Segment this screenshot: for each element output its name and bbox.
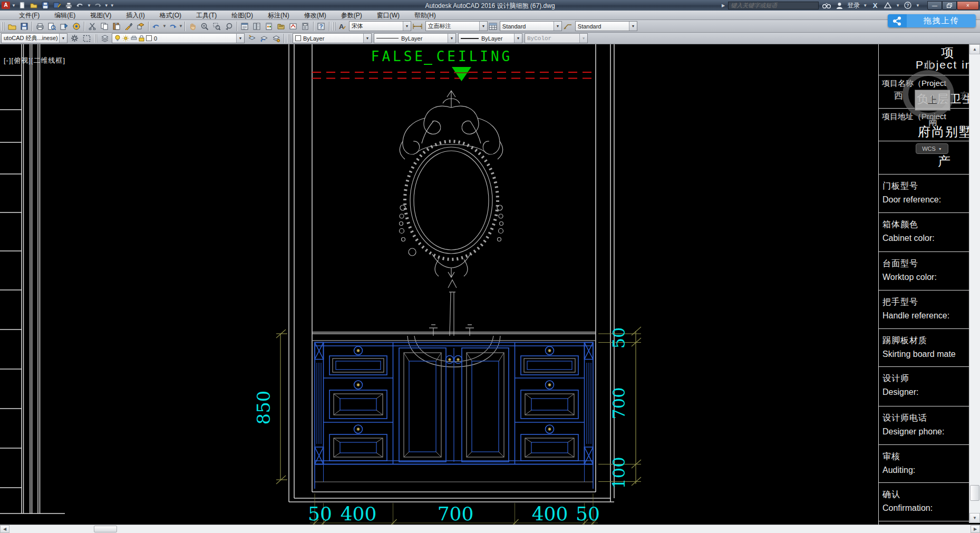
object-color-combo[interactable]: ByLayer▼ — [293, 33, 372, 43]
search-scope-caret[interactable]: ▶ — [722, 3, 725, 8]
tool-palettes-button[interactable] — [264, 21, 275, 32]
menu-modify[interactable]: 修改(M) — [297, 11, 334, 20]
scroll-down-button[interactable]: ▼ — [969, 513, 980, 523]
a360-icon[interactable] — [883, 1, 892, 9]
copy-button[interactable] — [99, 21, 110, 32]
chevron-down-icon[interactable]: ▼ — [236, 34, 244, 43]
layer-previous-button[interactable] — [258, 33, 269, 44]
toolbar-grip[interactable] — [94, 34, 97, 43]
plot-button[interactable] — [34, 21, 45, 32]
text-style-combo[interactable]: 宋体▼ — [349, 21, 411, 31]
zoom-realtime-button[interactable] — [199, 21, 210, 32]
redo-button[interactable] — [93, 1, 103, 10]
toolbar-grip[interactable] — [287, 34, 290, 43]
plot-preview-button[interactable] — [46, 21, 57, 32]
table-style-combo[interactable]: Standard▼ — [500, 21, 562, 31]
chevron-down-icon[interactable]: ▼ — [363, 34, 371, 43]
help-search-input[interactable] — [728, 2, 819, 9]
vertical-scroll-thumb[interactable] — [970, 485, 979, 501]
scroll-right-button[interactable]: ▶ — [971, 525, 980, 533]
dim-style-combo[interactable]: 立面标注▼ — [425, 21, 488, 31]
undo-button[interactable] — [75, 1, 85, 10]
menu-help[interactable]: 帮助(H) — [407, 11, 443, 20]
lineweight-combo[interactable]: ByLayer▼ — [458, 33, 522, 43]
viewport-controls[interactable]: [-][俯视][二维线框] — [4, 56, 65, 65]
app-icon[interactable]: A — [2, 2, 10, 9]
layer-plot-icon[interactable] — [131, 35, 137, 42]
menu-format[interactable]: 格式(O) — [152, 11, 189, 20]
zoom-window-button[interactable] — [211, 21, 222, 32]
viewport-frame-button[interactable] — [81, 33, 92, 44]
layer-properties-button[interactable] — [99, 33, 110, 44]
3d-dwf-button[interactable] — [71, 21, 82, 32]
search-binoculars-icon[interactable] — [822, 1, 831, 9]
chevron-down-icon[interactable]: ▼ — [554, 22, 561, 31]
menu-tools[interactable]: 工具(T) — [189, 11, 224, 20]
properties-palette-button[interactable] — [239, 21, 250, 32]
chevron-down-icon[interactable]: ▼ — [59, 34, 67, 43]
user-icon[interactable] — [835, 1, 844, 9]
a360-caret[interactable]: ▼ — [896, 3, 900, 8]
match-properties-button[interactable] — [123, 21, 134, 32]
menu-draw[interactable]: 绘图(D) — [224, 11, 260, 20]
scroll-up-button[interactable]: ▲ — [969, 44, 980, 54]
make-object-layer-current-button[interactable] — [246, 33, 257, 44]
signin-link[interactable]: 登录 — [847, 1, 860, 10]
menu-parametric[interactable]: 参数(P) — [334, 11, 370, 20]
layer-freeze-sun-icon[interactable] — [122, 35, 129, 42]
menu-edit[interactable]: 编辑(E) — [47, 11, 83, 20]
menu-insert[interactable]: 插入(I) — [119, 11, 152, 20]
viewcube-wcs-menu[interactable]: WCS ▼ — [916, 143, 948, 154]
quick-calc-button[interactable] — [300, 21, 311, 32]
workspace-settings-button[interactable] — [69, 33, 80, 44]
toolbar-grip[interactable] — [333, 22, 335, 31]
undo-button[interactable] — [151, 21, 162, 32]
exchange-apps-icon[interactable]: X — [870, 1, 880, 9]
layer-states-button[interactable] — [270, 33, 282, 44]
zoom-previous-button[interactable] — [224, 21, 235, 32]
pan-button[interactable] — [187, 21, 198, 32]
chevron-down-icon[interactable]: ▼ — [514, 34, 522, 43]
chevron-down-icon[interactable]: ▼ — [403, 22, 411, 31]
sheet-set-manager-button[interactable] — [276, 21, 287, 32]
menu-view[interactable]: 视图(V) — [83, 11, 119, 20]
qat-customize-caret[interactable]: ▼ — [110, 3, 114, 8]
save-button[interactable] — [41, 1, 51, 10]
layer-combo[interactable]: 0 ▼ — [112, 33, 245, 43]
layer-lock-icon[interactable] — [139, 35, 144, 42]
chevron-down-icon[interactable]: ▼ — [629, 22, 637, 31]
markup-button[interactable] — [288, 21, 299, 32]
cut-button[interactable] — [86, 21, 98, 32]
minimize-button[interactable]: — — [927, 1, 942, 10]
toolbar-grip[interactable] — [2, 22, 4, 31]
chevron-down-icon[interactable]: ▼ — [479, 22, 487, 31]
open-button[interactable] — [6, 21, 17, 32]
redo-button[interactable] — [167, 21, 178, 32]
drag-upload-button[interactable]: 拖拽上传 — [888, 14, 976, 27]
menu-window[interactable]: 窗口(W) — [370, 11, 407, 20]
vertical-scrollbar[interactable]: ▲ ▼ — [969, 44, 980, 523]
save-button[interactable] — [18, 21, 30, 32]
help-caret[interactable]: ▼ — [916, 3, 920, 8]
menu-dimension[interactable]: 标注(N) — [260, 11, 297, 20]
chevron-down-icon[interactable]: ▼ — [448, 34, 455, 43]
plot-button[interactable] — [64, 1, 74, 10]
horizontal-scrollbar[interactable]: ◀ ▶ — [0, 525, 980, 533]
restore-button[interactable] — [942, 1, 957, 10]
close-button[interactable]: × — [957, 1, 979, 10]
help-button[interactable]: ? — [316, 21, 327, 32]
undo-caret[interactable]: ▼ — [87, 3, 91, 8]
save-as-button[interactable] — [52, 1, 62, 10]
layer-color-swatch[interactable] — [146, 35, 152, 41]
drawing-canvas[interactable]: FALSE CEILING — [0, 44, 980, 525]
undo-caret[interactable]: ▼ — [162, 24, 167, 28]
mleader-style-combo[interactable]: Standard▼ — [575, 21, 637, 31]
new-button[interactable] — [17, 1, 27, 10]
open-button[interactable] — [29, 1, 39, 10]
workspace-combo[interactable]: utoCAD 经典...inese) 移框▼ — [1, 33, 67, 43]
redo-caret[interactable]: ▼ — [104, 3, 109, 8]
viewcube-top-face[interactable]: 上 — [915, 90, 950, 111]
layer-on-bulb-icon[interactable] — [114, 35, 121, 42]
app-menu-caret[interactable]: ▼ — [12, 3, 16, 8]
design-center-button[interactable] — [251, 21, 263, 32]
